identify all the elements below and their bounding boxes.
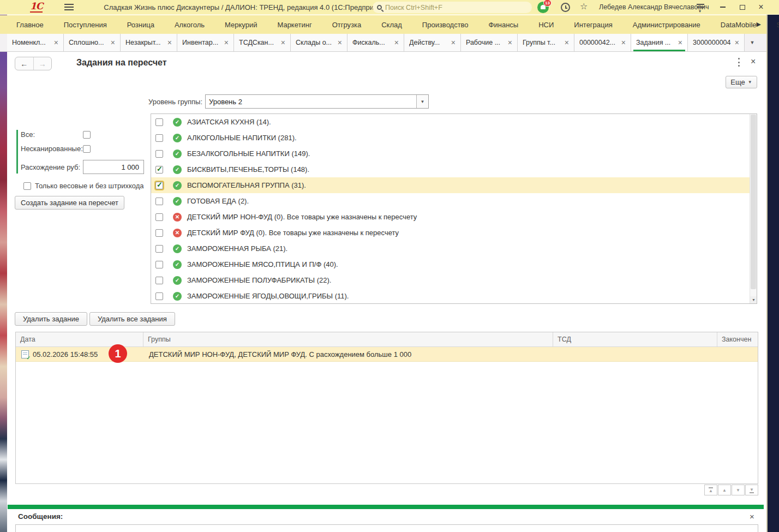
window-close-button[interactable]: × xyxy=(754,0,768,14)
messages-close-icon[interactable]: × xyxy=(750,512,754,521)
group-checkbox[interactable] xyxy=(155,245,163,253)
tab-close-icon[interactable]: × xyxy=(621,38,626,47)
service-menu-icon[interactable]: ▾ xyxy=(697,4,704,9)
create-task-button[interactable]: Создать задание на пересчет xyxy=(15,196,124,210)
tab[interactable]: Склады о... × xyxy=(291,34,347,51)
menu-item[interactable]: НСИ xyxy=(538,21,554,29)
group-checkbox[interactable] xyxy=(155,277,163,284)
tab[interactable]: Инвентар... × xyxy=(177,34,234,51)
group-row[interactable]: ЗАМОРОЖЕННЫЕ ЯГОДЫ,ОВОЩИ,ГРИБЫ (11). xyxy=(151,288,757,304)
group-level-combobox[interactable]: Уровень 2 ▼ xyxy=(205,94,429,109)
column-header-3[interactable]: ТСД xyxy=(553,332,717,346)
column-header-4[interactable]: Закончен xyxy=(717,332,758,346)
scrollbar-thumb[interactable] xyxy=(751,115,756,289)
group-checkbox[interactable] xyxy=(155,261,163,268)
discrepancy-input[interactable] xyxy=(83,160,144,174)
tab-close-icon[interactable]: × xyxy=(224,38,229,47)
group-row[interactable]: ДЕТСКИЙ МИР ФУД (0). Все товары уже назн… xyxy=(151,225,757,241)
group-checkbox[interactable] xyxy=(155,118,163,126)
menu-item[interactable]: Розница xyxy=(127,21,154,29)
group-row[interactable]: ЗАМОРОЖЕННЫЕ МЯСО,ПТИЦА И П/Ф (40). xyxy=(151,256,757,272)
form-close-icon[interactable]: × xyxy=(751,57,756,67)
tab[interactable]: 00000042... × xyxy=(574,34,631,51)
tab-close-icon[interactable]: × xyxy=(508,38,512,47)
menu-item[interactable]: Поступления xyxy=(64,21,107,29)
group-row[interactable]: АЛКОГОЛЬНЫЕ НАПИТКИ (281). xyxy=(151,130,757,146)
go-down-icon[interactable]: ▼ xyxy=(732,485,745,495)
menu-item[interactable]: Администрирование xyxy=(633,21,700,29)
all-checkbox[interactable] xyxy=(83,131,91,139)
go-up-icon[interactable]: ▲ xyxy=(718,485,731,495)
column-header-1[interactable]: Дата xyxy=(16,332,143,346)
tab[interactable]: Незакрыт... × xyxy=(121,34,177,51)
table-row[interactable]: 05.02.2026 15:48:55 ДЕТСКИЙ МИР НОН-ФУД,… xyxy=(16,347,758,362)
group-checkbox[interactable] xyxy=(155,213,163,221)
more-button[interactable]: Еще▼ xyxy=(726,76,757,88)
tab-close-icon[interactable]: × xyxy=(338,38,342,47)
menu-item[interactable]: Отгрузка xyxy=(332,21,362,29)
group-row[interactable]: ДЕТСКИЙ МИР НОН-ФУД (0). Все товары уже … xyxy=(151,209,757,225)
tab-close-icon[interactable]: × xyxy=(678,38,682,47)
tab[interactable]: Действу... × xyxy=(404,34,461,51)
group-checkbox[interactable] xyxy=(155,182,163,189)
delete-task-button[interactable]: Удалить задание xyxy=(15,312,87,326)
column-header-2[interactable]: Группы xyxy=(143,332,553,346)
tab[interactable]: Фискаль... × xyxy=(347,34,404,51)
tab[interactable]: 3000000004 × xyxy=(688,34,745,51)
forward-button[interactable]: → xyxy=(34,57,52,70)
group-row[interactable]: БЕЗАЛКОГОЛЬНЫЕ НАПИТКИ (149). xyxy=(151,146,757,162)
menu-item[interactable]: Маркетинг xyxy=(277,21,311,29)
tab-close-icon[interactable]: × xyxy=(451,38,456,47)
form-menu-icon[interactable] xyxy=(735,58,742,67)
group-row[interactable]: АЗИАТСКАЯ КУХНЯ (14). xyxy=(151,114,757,130)
go-last-icon[interactable]: ▼ xyxy=(745,485,758,495)
tabs-overflow-button[interactable]: ▼ xyxy=(745,34,760,51)
tab-close-icon[interactable]: × xyxy=(54,38,58,47)
messages-splitter[interactable] xyxy=(8,505,764,509)
tab[interactable]: Номенкл... × xyxy=(7,34,64,51)
group-checkbox[interactable] xyxy=(155,229,163,237)
menu-item[interactable]: Интеграция xyxy=(574,21,613,29)
tab-close-icon[interactable]: × xyxy=(735,38,739,47)
groups-scrollbar[interactable]: ▼ xyxy=(750,114,757,303)
group-row[interactable]: ЗАМОРОЖЕННАЯ РЫБА (21). xyxy=(151,241,757,256)
menu-item[interactable]: Алкоголь xyxy=(175,21,205,29)
main-menu-icon[interactable] xyxy=(64,4,74,10)
maximize-button[interactable] xyxy=(735,0,750,14)
tab-close-icon[interactable]: × xyxy=(281,38,285,47)
group-row[interactable]: ГОТОВАЯ ЕДА (2). xyxy=(151,193,757,209)
tab[interactable]: Группы т... × xyxy=(518,34,574,51)
tab[interactable]: Сплошно... × xyxy=(64,34,121,51)
group-checkbox[interactable] xyxy=(155,292,163,300)
user-name[interactable]: Лебедев Александр Вячеславович xyxy=(599,3,709,11)
group-row[interactable]: БИСКВИТЫ,ПЕЧЕНЬЕ,ТОРТЫ (148). xyxy=(151,162,757,177)
group-row[interactable]: ВСПОМОГАТЕЛЬНАЯ ГРУППА (31). xyxy=(151,177,757,193)
tab-close-icon[interactable]: × xyxy=(167,38,172,47)
tab[interactable]: Рабочие ... × xyxy=(461,34,518,51)
group-checkbox[interactable] xyxy=(155,150,163,158)
menu-item[interactable]: Производство xyxy=(422,21,469,29)
unscanned-checkbox[interactable] xyxy=(83,145,91,153)
group-checkbox[interactable] xyxy=(155,198,163,205)
minimize-button[interactable] xyxy=(716,0,730,14)
notifications-icon[interactable]: 13 xyxy=(537,2,549,13)
search-input[interactable] xyxy=(385,4,516,11)
group-checkbox[interactable] xyxy=(155,166,163,174)
menu-item[interactable]: Финансы xyxy=(489,21,519,29)
tab-close-icon[interactable]: × xyxy=(111,38,115,47)
combobox-dropdown-icon[interactable]: ▼ xyxy=(416,95,428,108)
menu-item[interactable]: DataMobile xyxy=(721,21,757,29)
delete-all-tasks-button[interactable]: Удалить все задания xyxy=(89,312,175,326)
group-row[interactable]: ЗАМОРОЖЕННЫЕ ПОЛУФАБРИКАТЫ (22). xyxy=(151,272,757,288)
group-checkbox[interactable] xyxy=(155,134,163,142)
weight-only-checkbox[interactable] xyxy=(23,182,31,190)
go-first-icon[interactable]: ▲ xyxy=(704,485,717,495)
tab[interactable]: ТСДСкан... × xyxy=(234,34,291,51)
favorites-icon[interactable]: ☆ xyxy=(580,1,588,11)
tab-close-icon[interactable]: × xyxy=(565,38,569,47)
back-button[interactable]: ← xyxy=(15,57,34,70)
menu-overflow-button[interactable]: ▶ xyxy=(757,21,761,28)
menu-item[interactable]: Главное xyxy=(16,21,44,29)
tab[interactable]: Задания ... × xyxy=(631,34,688,51)
menu-item[interactable]: Склад xyxy=(381,21,402,29)
